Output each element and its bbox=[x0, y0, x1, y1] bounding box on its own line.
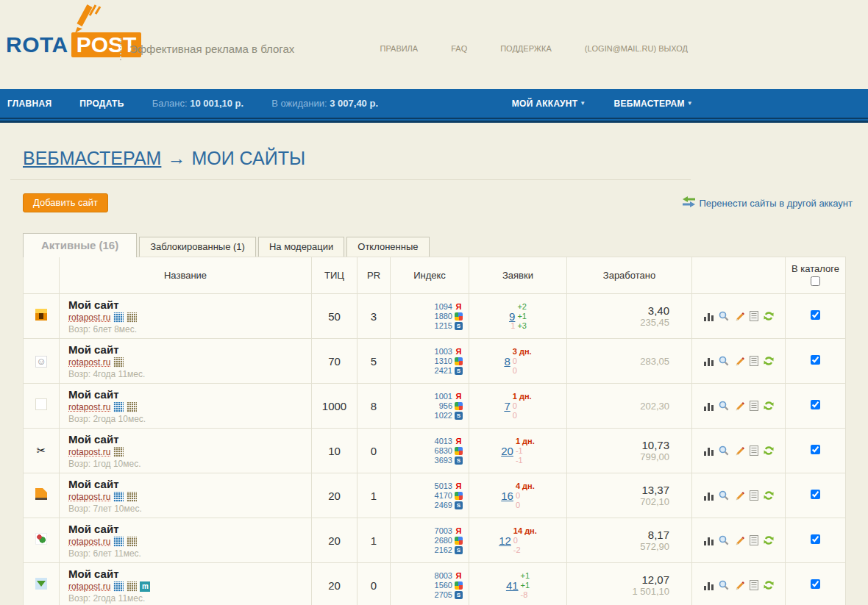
site-domain-link[interactable]: rotapost.ru bbox=[68, 447, 110, 457]
column-favicon bbox=[24, 257, 60, 294]
header-link-1[interactable]: FAQ bbox=[451, 44, 467, 53]
counter-badge-olive-icon[interactable] bbox=[113, 447, 124, 457]
document-action-icon[interactable] bbox=[750, 401, 758, 411]
yandex-icon: Я bbox=[455, 572, 463, 580]
index-value: 1560 bbox=[435, 581, 452, 590]
catalog-checkbox[interactable] bbox=[811, 490, 820, 499]
requests-link[interactable]: 16 bbox=[501, 491, 513, 501]
requests-delta-top: 1 дн. bbox=[516, 437, 535, 446]
catalog-select-all-checkbox[interactable] bbox=[811, 276, 820, 286]
catalog-header-label: В каталоге bbox=[786, 263, 845, 274]
tab-1[interactable]: Заблокированные (1) bbox=[139, 237, 256, 257]
requests-link[interactable]: 12 bbox=[499, 536, 511, 545]
bar-chart-action-icon[interactable] bbox=[704, 401, 714, 411]
refresh-action-icon[interactable] bbox=[764, 580, 774, 590]
counter-badge-blue-icon[interactable] bbox=[113, 492, 124, 502]
magnifier-action-icon[interactable] bbox=[719, 580, 729, 590]
refresh-action-icon[interactable] bbox=[764, 401, 774, 411]
pending-value: 3 007,40 р. bbox=[330, 98, 378, 109]
bar-chart-action-icon[interactable] bbox=[704, 581, 714, 590]
counter-badge-olive-icon[interactable] bbox=[127, 581, 137, 592]
counter-badge-olive-icon[interactable] bbox=[127, 492, 137, 502]
document-action-icon[interactable] bbox=[750, 535, 758, 545]
site-domain-link[interactable]: rotapost.ru bbox=[68, 402, 110, 412]
site-domain-link[interactable]: rotapost.ru bbox=[68, 581, 110, 592]
nav-item-sell[interactable]: ПРОДАТЬ bbox=[79, 99, 124, 109]
site-domain-link[interactable]: rotapost.ru bbox=[68, 537, 110, 547]
counter-badge-blue-icon[interactable] bbox=[113, 581, 124, 592]
bar-chart-action-icon[interactable] bbox=[704, 536, 714, 545]
refresh-action-icon[interactable] bbox=[764, 535, 774, 545]
requests-link[interactable]: 8 bbox=[504, 357, 510, 366]
nav-dropdown-my-account[interactable]: МОЙ АККАУНТ▼ bbox=[512, 99, 586, 109]
document-action-icon[interactable] bbox=[750, 580, 758, 590]
requests-link[interactable]: 9 bbox=[509, 312, 515, 321]
pencil-action-icon[interactable] bbox=[734, 580, 744, 590]
tab-2[interactable]: На модерации bbox=[258, 237, 344, 257]
document-action-icon[interactable] bbox=[750, 445, 758, 456]
earned-cell: 3,40 235,45 bbox=[567, 294, 692, 339]
transfer-sites-link[interactable]: Перенести сайты в другой аккаунт bbox=[699, 198, 853, 209]
pr-value: 0 bbox=[357, 429, 391, 473]
pencil-action-icon[interactable] bbox=[734, 401, 744, 411]
google-icon bbox=[455, 402, 463, 410]
magnifier-action-icon[interactable] bbox=[719, 356, 729, 366]
counter-badge-olive-icon[interactable] bbox=[127, 312, 137, 323]
site-domain-link[interactable]: rotapost.ru bbox=[68, 357, 110, 368]
header-link-0[interactable]: ПРАВИЛА bbox=[380, 44, 419, 53]
bar-chart-action-icon[interactable] bbox=[704, 312, 714, 321]
catalog-checkbox[interactable] bbox=[811, 579, 820, 589]
catalog-checkbox[interactable] bbox=[811, 310, 820, 320]
requests-delta-bot: 0 bbox=[513, 411, 532, 420]
header-link-2[interactable]: ПОДДЕРЖКА bbox=[500, 44, 552, 53]
tic-value: 20 bbox=[312, 563, 357, 605]
counter-badge-olive-icon[interactable] bbox=[113, 357, 124, 368]
site-age: Возр: 6лет 11мес. bbox=[68, 548, 311, 559]
pencil-action-icon[interactable] bbox=[734, 490, 744, 501]
refresh-action-icon[interactable] bbox=[764, 445, 774, 456]
refresh-action-icon[interactable] bbox=[764, 311, 774, 321]
magnifier-action-icon[interactable] bbox=[719, 311, 729, 321]
nav-item-main[interactable]: ГЛАВНАЯ bbox=[7, 99, 51, 109]
site-domain-link[interactable]: rotapost.ru bbox=[68, 492, 110, 502]
counter-badge-olive-icon[interactable] bbox=[127, 402, 137, 412]
magnifier-action-icon[interactable] bbox=[719, 445, 729, 456]
header-link-3[interactable]: (LOGIN@MAIL.RU) ВЫХОД bbox=[585, 44, 688, 53]
catalog-checkbox[interactable] bbox=[811, 355, 820, 365]
bar-chart-action-icon[interactable] bbox=[704, 491, 714, 501]
site-name: Мой сайт bbox=[68, 388, 311, 401]
document-action-icon[interactable] bbox=[750, 356, 758, 366]
requests-delta-top: 1 дн. bbox=[513, 392, 532, 401]
catalog-checkbox[interactable] bbox=[811, 534, 820, 544]
tab-0[interactable]: Активные (16) bbox=[23, 233, 137, 257]
counter-badge-blue-icon[interactable] bbox=[113, 537, 124, 547]
counter-badge-m-icon[interactable] bbox=[140, 581, 150, 592]
requests-link[interactable]: 7 bbox=[504, 401, 510, 411]
nav-dropdown-webmasters[interactable]: ВЕБМАСТЕРАМ▼ bbox=[614, 99, 694, 109]
pencil-action-icon[interactable] bbox=[734, 445, 744, 456]
magnifier-action-icon[interactable] bbox=[719, 490, 729, 501]
document-action-icon[interactable] bbox=[750, 311, 758, 321]
pencil-action-icon[interactable] bbox=[734, 356, 744, 366]
requests-link[interactable]: 41 bbox=[506, 581, 519, 590]
counter-badge-blue-icon[interactable] bbox=[113, 312, 124, 323]
refresh-action-icon[interactable] bbox=[764, 356, 774, 366]
requests-delta-mid: 0 bbox=[513, 357, 532, 366]
refresh-action-icon[interactable] bbox=[764, 490, 774, 501]
requests-link[interactable]: 20 bbox=[501, 446, 513, 456]
catalog-checkbox[interactable] bbox=[811, 445, 820, 454]
magnifier-action-icon[interactable] bbox=[719, 401, 729, 411]
bar-chart-action-icon[interactable] bbox=[704, 446, 714, 456]
bar-chart-action-icon[interactable] bbox=[704, 357, 714, 366]
pencil-action-icon[interactable] bbox=[734, 535, 744, 545]
breadcrumb-webmasters-link[interactable]: ВЕБМАСТЕРАМ bbox=[23, 148, 161, 168]
tab-3[interactable]: Отклоненные bbox=[346, 237, 429, 257]
magnifier-action-icon[interactable] bbox=[719, 535, 729, 545]
pencil-action-icon[interactable] bbox=[734, 311, 744, 321]
counter-badge-blue-icon[interactable] bbox=[113, 402, 124, 412]
catalog-checkbox[interactable] bbox=[811, 400, 820, 409]
document-action-icon[interactable] bbox=[750, 490, 758, 501]
site-domain-link[interactable]: rotapost.ru bbox=[68, 312, 110, 323]
counter-badge-olive-icon[interactable] bbox=[127, 537, 137, 547]
add-site-button[interactable]: Добавить сайт bbox=[23, 193, 108, 212]
